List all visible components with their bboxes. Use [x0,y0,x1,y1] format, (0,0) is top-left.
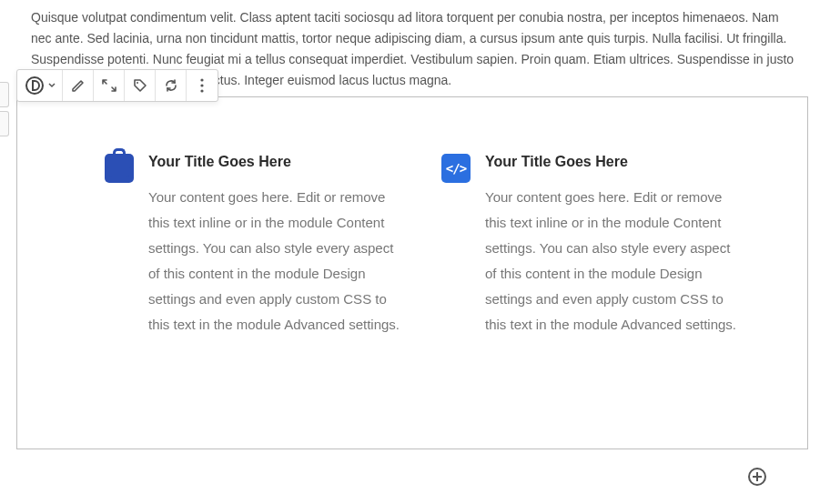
blurb-text-wrap: Your Title Goes Here Your content goes h… [148,152,407,338]
chevron-down-icon [48,82,56,89]
blurb-title[interactable]: Your Title Goes Here [148,152,407,172]
blurb-column[interactable]: Your Title Goes Here Your content goes h… [105,152,407,338]
edit-button[interactable] [63,70,94,101]
blurb-text-wrap: Your Title Goes Here Your content goes h… [485,152,744,338]
blurb-column[interactable]: </> Your Title Goes Here Your content go… [441,152,744,338]
left-grab-handles [0,82,9,140]
module-toolbar [16,69,218,102]
blurb-row: Your Title Goes Here Your content goes h… [105,152,744,338]
code-glyph: </> [446,161,466,176]
pencil-icon [71,78,86,93]
briefcase-icon [105,154,134,183]
sync-icon [164,78,178,93]
tag-button[interactable] [125,70,156,101]
divi-brand-button[interactable] [17,70,63,101]
blurb-title[interactable]: Your Title Goes Here [485,152,744,172]
svg-point-0 [26,77,43,94]
more-options-button[interactable] [187,70,218,101]
grab-handle[interactable] [0,111,9,136]
blurb-body[interactable]: Your content goes here. Edit or remove t… [148,185,407,338]
selected-section-frame[interactable]: Your Title Goes Here Your content goes h… [16,96,808,449]
add-block-button[interactable] [748,468,766,486]
grab-handle[interactable] [0,82,9,107]
kebab-menu-icon [200,78,204,93]
blurb-body[interactable]: Your content goes here. Edit or remove t… [485,185,744,338]
expand-arrows-icon [101,78,117,93]
svg-point-3 [200,84,203,86]
svg-point-4 [200,89,203,92]
section-inner: Your Title Goes Here Your content goes h… [17,97,807,449]
divi-logo-icon [25,75,46,96]
layout-button[interactable] [94,70,125,101]
tag-icon [133,78,147,93]
svg-point-2 [200,78,203,81]
sync-button[interactable] [156,70,187,101]
code-icon: </> [441,154,471,183]
svg-point-1 [137,82,138,84]
